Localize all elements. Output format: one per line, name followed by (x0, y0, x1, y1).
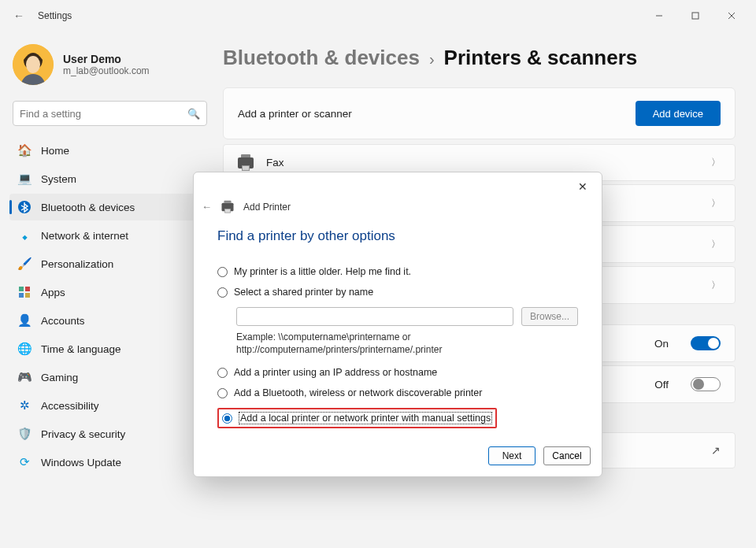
radio-icon-selected (222, 413, 232, 424)
dialog-back-button[interactable]: ← (202, 201, 212, 213)
toggle-state: Off (654, 379, 669, 391)
apps-icon (17, 285, 32, 299)
nav-personalization[interactable]: 🖌️Personalization (9, 250, 210, 277)
breadcrumb-parent[interactable]: Bluetooth & devices (223, 46, 420, 70)
nav-accessibility[interactable]: ✲Accessibility (9, 392, 210, 419)
printer-name: Fax (266, 157, 284, 168)
add-device-card: Add a printer or scanner Add device (223, 87, 736, 139)
search-input-wrapper[interactable]: 🔍 (13, 101, 207, 126)
add-device-button[interactable]: Add device (636, 101, 721, 126)
radio-tcpip-printer[interactable]: Add a printer using an IP address or hos… (217, 367, 578, 378)
window-title: Settings (38, 10, 72, 21)
nav-accounts[interactable]: 👤Accounts (9, 307, 210, 334)
chevron-right-icon: 〉 (711, 279, 721, 292)
radio-bluetooth-printer[interactable]: Add a Bluetooth, wireless or network dis… (217, 387, 578, 398)
page-title: Printers & scanners (444, 46, 638, 70)
radio-icon (217, 388, 228, 398)
nav-label: System (41, 173, 76, 185)
radio-older-printer[interactable]: My printer is a little older. Help me fi… (217, 266, 578, 277)
nav-label: Accessibility (41, 400, 99, 412)
nav-label: Personalization (41, 258, 113, 270)
nav-list: 🏠Home 💻System Bluetooth & devices ⬥Netwo… (9, 137, 210, 476)
svg-point-5 (26, 56, 40, 73)
nav-update[interactable]: ⟳Windows Update (9, 449, 210, 476)
chevron-right-icon: 〉 (711, 197, 721, 210)
chevron-right-icon: 〉 (711, 238, 721, 251)
wifi-icon: ⬥ (17, 228, 32, 243)
nav-bluetooth[interactable]: Bluetooth & devices (9, 194, 210, 220)
nav-label: Home (41, 145, 69, 157)
sidebar: User Demo m_lab@outlook.com 🔍 🏠Home 💻Sys… (0, 31, 217, 548)
user-email: m_lab@outlook.com (63, 65, 150, 76)
radio-label: Add a printer using an IP address or hos… (234, 367, 437, 378)
toggle-state: On (654, 338, 669, 350)
bluetooth-icon (17, 200, 32, 214)
brush-icon: 🖌️ (17, 257, 32, 271)
add-printer-dialog: ✕ ← Add Printer Find a printer by other … (193, 172, 602, 477)
radio-label: Select a shared printer by name (234, 287, 373, 298)
person-icon: 👤 (17, 313, 32, 328)
maximize-button[interactable] (677, 3, 713, 28)
nav-label: Gaming (41, 372, 78, 383)
breadcrumb-sep: › (429, 50, 435, 68)
minimize-button[interactable] (641, 3, 677, 28)
dialog-body: Find a printer by other options My print… (194, 217, 602, 439)
next-button[interactable]: Next (488, 446, 536, 465)
chevron-right-icon: 〉 (711, 156, 721, 169)
nav-system[interactable]: 💻System (9, 165, 210, 192)
user-name: User Demo (63, 53, 150, 65)
breadcrumb: Bluetooth & devices › Printers & scanner… (223, 46, 736, 70)
nav-gaming[interactable]: 🎮Gaming (9, 364, 210, 391)
globe-icon: 🌐 (17, 342, 32, 356)
avatar (13, 44, 54, 85)
shared-printer-input[interactable] (236, 307, 513, 326)
radio-shared-printer[interactable]: Select a shared printer by name (217, 287, 578, 298)
external-link-icon: ↗ (711, 444, 721, 457)
nav-label: Privacy & security (41, 428, 125, 440)
nav-label: Windows Update (41, 457, 121, 468)
dialog-title: Find a printer by other options (217, 228, 578, 244)
system-icon: 💻 (17, 172, 32, 186)
svg-rect-7 (19, 287, 24, 291)
radio-local-printer[interactable]: Add a local printer or network printer w… (222, 412, 492, 424)
nav-label: Bluetooth & devices (41, 202, 135, 213)
radio-icon (217, 287, 228, 298)
toggle-switch[interactable] (691, 377, 721, 391)
dialog-footer: Next Cancel (194, 439, 602, 476)
printer-icon (222, 202, 234, 211)
dialog-titlebar: ✕ (194, 172, 602, 201)
browse-button: Browse... (521, 307, 578, 326)
nav-home[interactable]: 🏠Home (9, 137, 210, 164)
svg-rect-8 (25, 287, 30, 291)
gamepad-icon: 🎮 (17, 370, 32, 384)
svg-rect-9 (19, 293, 24, 298)
add-device-label: Add a printer or scanner (238, 108, 352, 120)
dialog-heading: Add Printer (243, 202, 291, 213)
search-icon: 🔍 (187, 108, 200, 120)
nav-privacy[interactable]: 🛡️Privacy & security (9, 420, 210, 447)
nav-label: Apps (41, 287, 65, 298)
nav-label: Time & language (41, 343, 121, 355)
search-input[interactable] (20, 108, 187, 120)
back-button[interactable]: ← (6, 9, 32, 22)
update-icon: ⟳ (17, 455, 32, 469)
home-icon: 🏠 (17, 143, 32, 157)
nav-label: Accounts (41, 315, 85, 327)
titlebar: ← Settings (0, 0, 756, 31)
toggle-switch[interactable] (691, 336, 721, 350)
nav-label: Network & internet (41, 230, 128, 242)
dialog-close-button[interactable]: ✕ (569, 176, 597, 198)
close-button[interactable] (713, 3, 750, 28)
nav-time[interactable]: 🌐Time & language (9, 335, 210, 362)
nav-network[interactable]: ⬥Network & internet (9, 222, 210, 249)
highlighted-option: Add a local printer or network printer w… (217, 408, 497, 428)
nav-apps[interactable]: Apps (9, 279, 210, 305)
radio-label: Add a local printer or network printer w… (239, 412, 492, 424)
svg-rect-10 (25, 293, 30, 298)
window-controls (641, 3, 750, 28)
cancel-button[interactable]: Cancel (543, 446, 591, 465)
radio-label: My printer is a little older. Help me fi… (234, 266, 411, 277)
user-profile[interactable]: User Demo m_lab@outlook.com (9, 38, 210, 98)
printer-icon (238, 157, 254, 168)
shield-icon: 🛡️ (17, 427, 32, 441)
